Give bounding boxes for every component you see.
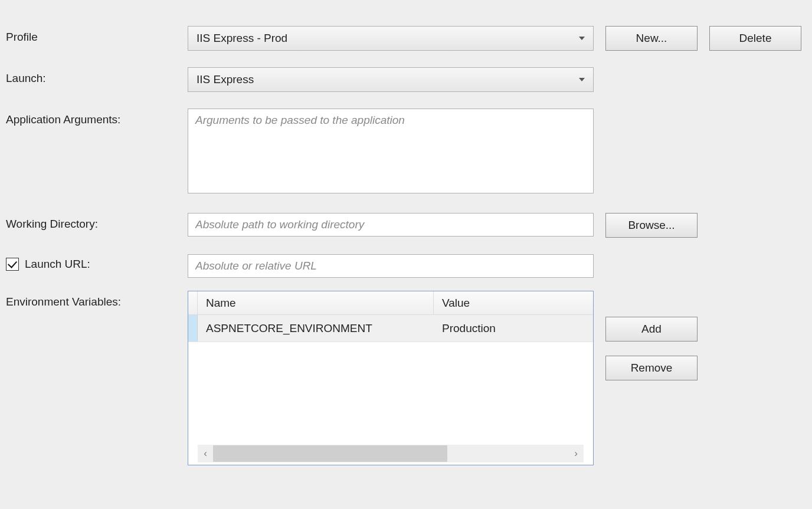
browse-button[interactable]: Browse...	[605, 213, 698, 238]
delete-profile-button[interactable]: Delete	[709, 26, 801, 51]
table-row[interactable]: ASPNETCORE_ENVIRONMENT Production	[188, 315, 593, 342]
env-grid-body[interactable]: ASPNETCORE_ENVIRONMENT Production	[188, 315, 593, 445]
working-dir-label: Working Directory:	[6, 213, 188, 231]
env-vars-grid[interactable]: Name Value ASPNETCORE_ENVIRONMENT Produc…	[188, 291, 594, 465]
env-header-name[interactable]: Name	[198, 291, 434, 314]
add-env-button[interactable]: Add	[605, 317, 698, 341]
env-header-value[interactable]: Value	[434, 291, 593, 314]
launch-select[interactable]: IIS Express	[188, 67, 594, 92]
row-selector[interactable]	[188, 315, 198, 341]
launch-url-checkbox[interactable]	[6, 258, 19, 271]
scroll-thumb[interactable]	[213, 445, 447, 462]
working-dir-input[interactable]	[188, 213, 594, 237]
scroll-track[interactable]	[213, 445, 568, 462]
app-args-label: Application Arguments:	[6, 109, 188, 126]
remove-env-button[interactable]: Remove	[605, 356, 698, 380]
scroll-left-icon[interactable]: ‹	[198, 448, 213, 459]
scroll-right-icon[interactable]: ›	[568, 448, 584, 459]
chevron-down-icon	[579, 37, 585, 40]
env-grid-header: Name Value	[188, 291, 593, 315]
launch-select-value: IIS Express	[197, 73, 254, 86]
env-cell-value[interactable]: Production	[434, 315, 593, 341]
chevron-down-icon	[579, 78, 585, 81]
horizontal-scrollbar[interactable]: ‹ ›	[198, 445, 584, 462]
launch-url-label: Launch URL:	[25, 258, 90, 271]
app-args-input[interactable]	[188, 109, 594, 193]
env-vars-label: Environment Variables:	[6, 291, 188, 308]
launch-url-input[interactable]	[188, 254, 594, 278]
launch-label: Launch:	[6, 67, 188, 85]
profile-select-value: IIS Express - Prod	[197, 32, 287, 45]
env-cell-name[interactable]: ASPNETCORE_ENVIRONMENT	[198, 315, 434, 341]
new-profile-button[interactable]: New...	[605, 26, 698, 51]
profile-select[interactable]: IIS Express - Prod	[188, 26, 594, 51]
profile-label: Profile	[6, 26, 188, 44]
